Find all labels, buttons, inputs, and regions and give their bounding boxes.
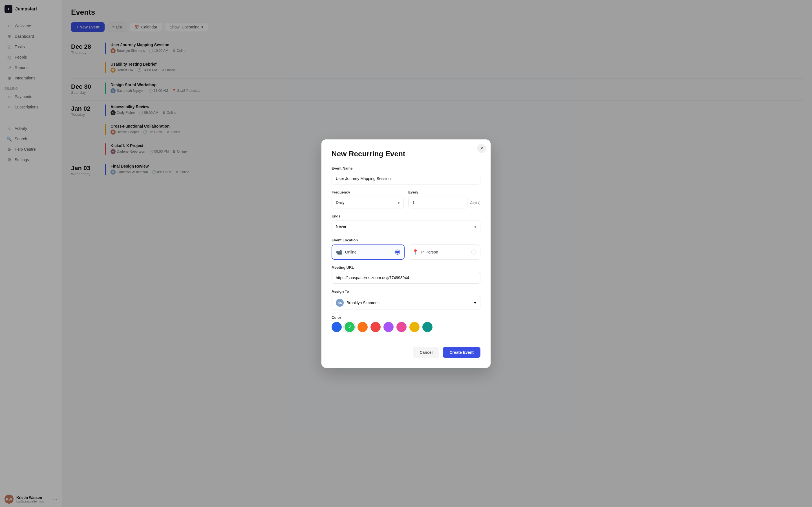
color-swatch-purple[interactable] (384, 322, 394, 332)
modal-title: New Recurring Event (332, 150, 480, 158)
frequency-select-wrapper: Daily Weekly Monthly ▾ (332, 196, 404, 209)
close-button[interactable]: ✕ (477, 144, 486, 153)
in-person-radio[interactable] (471, 249, 476, 255)
location-options: 📹 Online 📍 In Person (332, 244, 480, 260)
color-swatch-teal[interactable] (422, 322, 433, 332)
event-name-group: Event Name (332, 166, 480, 184)
assign-user: BS Brooklyn Simmons (336, 299, 379, 307)
frequency-label: Frequency (332, 190, 404, 194)
ends-group: Ends Never On Date After Occurrences ▾ (332, 214, 480, 232)
meeting-url-input[interactable] (332, 272, 480, 284)
checkmark-icon: ✓ (348, 324, 352, 330)
event-name-label: Event Name (332, 166, 480, 170)
location-in-person-option[interactable]: 📍 In Person (408, 244, 480, 260)
days-label: Day(s) (470, 200, 480, 205)
location-online-option[interactable]: 📹 Online (332, 244, 405, 260)
video-icon: 📹 (336, 249, 342, 255)
color-group: Color ✓ (332, 316, 480, 332)
online-radio[interactable] (395, 249, 400, 255)
meeting-url-label: Meeting URL (332, 265, 480, 270)
color-row: ✓ (332, 322, 480, 332)
ends-select[interactable]: Never On Date After Occurrences (332, 221, 480, 232)
color-swatch-pink[interactable] (396, 322, 407, 332)
assign-name: Brooklyn Simmons (347, 300, 379, 305)
cancel-button[interactable]: Cancel (413, 347, 439, 358)
frequency-row: Frequency Daily Weekly Monthly ▾ Every D… (332, 190, 480, 214)
every-label: Every (408, 190, 480, 194)
meeting-url-group: Meeting URL (332, 265, 480, 284)
ends-select-wrapper: Never On Date After Occurrences ▾ (332, 221, 480, 232)
location-group: Event Location 📹 Online 📍 In Person (332, 238, 480, 260)
modal: ✕ New Recurring Event Event Name Frequen… (321, 139, 491, 368)
assign-group: Assign To BS Brooklyn Simmons ▾ (332, 289, 480, 310)
color-swatch-red[interactable] (370, 322, 380, 332)
create-event-button[interactable]: Create Event (443, 347, 480, 358)
in-person-label: In Person (421, 250, 468, 255)
chevron-down-icon: ▾ (474, 300, 476, 305)
event-name-input[interactable] (332, 173, 480, 184)
assign-label: Assign To (332, 289, 480, 293)
assign-dropdown[interactable]: BS Brooklyn Simmons ▾ (332, 296, 480, 310)
frequency-group: Frequency Daily Weekly Monthly ▾ (332, 190, 404, 209)
every-group: Every Day(s) (408, 190, 480, 209)
ends-label: Ends (332, 214, 480, 218)
every-input[interactable] (408, 196, 467, 209)
color-swatch-orange[interactable] (357, 322, 368, 332)
radio-dot (396, 251, 399, 253)
modal-overlay[interactable]: ✕ New Recurring Event Event Name Frequen… (0, 0, 812, 507)
location-icon: 📍 (412, 249, 418, 255)
location-label: Event Location (332, 238, 480, 242)
color-label: Color (332, 316, 480, 320)
assign-avatar: BS (336, 299, 344, 307)
modal-footer: Cancel Create Event (332, 341, 480, 358)
color-swatch-blue[interactable] (332, 322, 342, 332)
color-swatch-yellow[interactable] (409, 322, 419, 332)
frequency-select[interactable]: Daily Weekly Monthly (332, 196, 404, 209)
every-input-wrapper: Day(s) (408, 196, 480, 209)
color-swatch-green[interactable]: ✓ (345, 322, 355, 332)
online-label: Online (345, 250, 392, 255)
